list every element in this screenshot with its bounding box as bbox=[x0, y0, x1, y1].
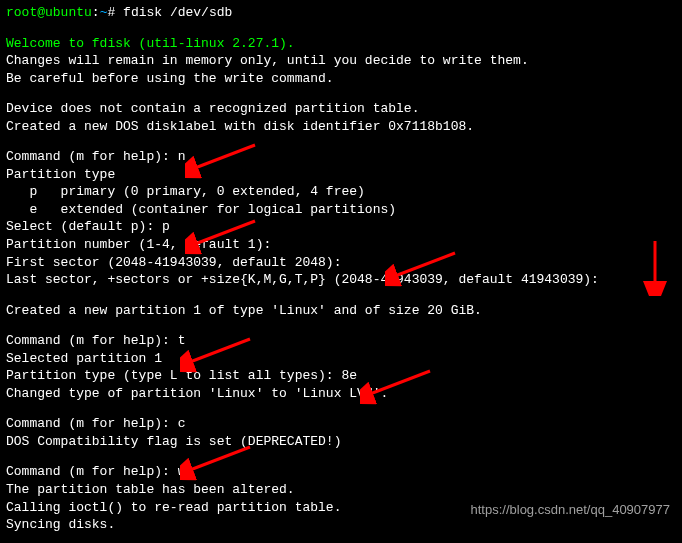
user-input-w[interactable]: w bbox=[178, 464, 186, 479]
partition-option-e: e extended (container for logical partit… bbox=[6, 201, 676, 219]
command-prompt-line: Command (m for help): n bbox=[6, 148, 676, 166]
prompt-line-1: root@ubuntu:~# fdisk /dev/sdb bbox=[6, 4, 676, 22]
user-input-c[interactable]: c bbox=[178, 416, 186, 431]
altered-line: The partition table has been altered. bbox=[6, 481, 676, 499]
changed-type-line: Changed type of partition 'Linux' to 'Li… bbox=[6, 385, 676, 403]
user-input-p[interactable]: p bbox=[162, 219, 170, 234]
user-input-n[interactable]: n bbox=[178, 149, 186, 164]
partition-option-p: p primary (0 primary, 0 extended, 4 free… bbox=[6, 183, 676, 201]
command-fdisk[interactable]: fdisk /dev/sdb bbox=[123, 5, 232, 20]
command-prompt-line: Command (m for help): t bbox=[6, 332, 676, 350]
partition-number-line: Partition number (1-4, default 1): bbox=[6, 236, 676, 254]
command-prompt-line: Command (m for help): w bbox=[6, 463, 676, 481]
info-line: Changes will remain in memory only, unti… bbox=[6, 52, 676, 70]
watermark: https://blog.csdn.net/qq_40907977 bbox=[471, 501, 671, 519]
partition-type-header: Partition type bbox=[6, 166, 676, 184]
user-input-8e[interactable]: 8e bbox=[341, 368, 357, 383]
select-prompt-line: Select (default p): p bbox=[6, 218, 676, 236]
prompt-user: root@ubuntu bbox=[6, 5, 92, 20]
selected-partition-line: Selected partition 1 bbox=[6, 350, 676, 368]
last-sector-line: Last sector, +sectors or +size{K,M,G,T,P… bbox=[6, 271, 676, 289]
dos-compat-line: DOS Compatibility flag is set (DEPRECATE… bbox=[6, 433, 676, 451]
ptype-prompt-line: Partition type (type L to list all types… bbox=[6, 367, 676, 385]
welcome-line: Welcome to fdisk (util-linux 2.27.1). bbox=[6, 35, 676, 53]
command-prompt-line: Command (m for help): c bbox=[6, 415, 676, 433]
info-line: Created a new DOS disklabel with disk id… bbox=[6, 118, 676, 136]
created-partition-line: Created a new partition 1 of type 'Linux… bbox=[6, 302, 676, 320]
first-sector-line: First sector (2048-41943039, default 204… bbox=[6, 254, 676, 272]
info-line: Device does not contain a recognized par… bbox=[6, 100, 676, 118]
user-input-t[interactable]: t bbox=[178, 333, 186, 348]
info-line: Be careful before using the write comman… bbox=[6, 70, 676, 88]
